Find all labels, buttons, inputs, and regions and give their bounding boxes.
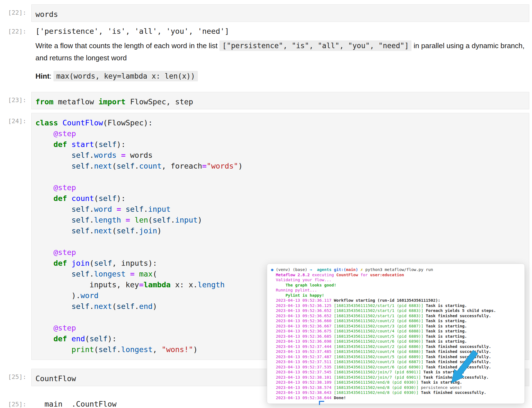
code-editor-23[interactable]: from metaflow import FlowSpec, step [32, 92, 529, 111]
mouse-cursor-arrow [447, 348, 482, 385]
text-line: @step [35, 182, 525, 193]
text-line: 2023-04-13 09:52:37.485 [168135435611150… [271, 349, 521, 354]
input-prompt-24: [24]: [0, 118, 26, 125]
text-line: 2023-04-13 09:52:38.574 [168135435611150… [271, 385, 521, 390]
text-line: 2023-04-13 09:52:38.644 Done! [271, 395, 521, 401]
text-line: The graph looks good! [271, 283, 521, 288]
input-prompt-25: [25]: [0, 373, 26, 381]
text-line: 2023-04-13 09:52:36.698 [168135435611150… [271, 339, 521, 344]
text-line: 2023-04-13 09:52:38.643 [168135435611150… [271, 390, 521, 395]
output-22: ['persistence', 'is', 'all', 'you', 'nee… [35, 27, 229, 35]
text-line: 2023-04-13 09:52:36.117 Workflow startin… [271, 298, 521, 303]
text-line: Validating your flow... [271, 277, 521, 283]
text-line: ● (venv) (base) → agents git:(main) ✗ py… [271, 267, 521, 272]
text-line: words [35, 9, 525, 20]
code-cell-23-input[interactable]: from metaflow import FlowSpec, step [31, 92, 529, 109]
text-line: def start(self): [35, 139, 525, 150]
text-line: self.word = self.input [35, 204, 525, 215]
text-line: 2023-04-13 09:52:36.660 [168135435611150… [271, 318, 521, 324]
markdown-paragraph: Write a flow that counts the length of e… [35, 40, 526, 64]
text-line: Running pylint... [271, 288, 521, 293]
markdown-hint: Hint: max(words, key=lambda x: len(x)) [35, 70, 526, 82]
text-line: 2023-04-13 09:52:37.545 [168135435611150… [271, 370, 521, 375]
text-line: Pylint is happy! [271, 293, 521, 298]
text-line: class CountFlow(FlowSpec): [35, 117, 525, 128]
input-prompt-23: [23]: [0, 97, 26, 104]
text-line: 2023-04-13 09:52:36.125 [168135435611150… [271, 303, 521, 308]
output-25: __main__.CountFlow [35, 400, 117, 408]
text-line: 2023-04-13 09:52:37.487 [168135435611150… [271, 354, 521, 360]
text-line: 2023-04-13 09:52:37.444 [168135435611150… [271, 344, 521, 349]
mouse-cursor-arrow-shape [452, 350, 478, 383]
text-line: 2023-04-13 09:52:38.109 [168135435611150… [271, 380, 521, 385]
text-line: 2023-04-13 09:52:36.667 [168135435611150… [271, 324, 521, 329]
text-line: def count(self): [35, 193, 525, 204]
text-line [35, 171, 525, 182]
text-line: 2023-04-13 09:52:36.685 [168135435611150… [271, 334, 521, 339]
text-line: self.length = len(self.input) [35, 215, 525, 225]
text-line: @step [35, 128, 525, 139]
text-line: 2023-04-13 09:52:36.652 [168135435611150… [271, 313, 521, 319]
output-prompt-22: [22]: [0, 28, 26, 35]
text-line: 2023-04-13 09:52:38.101 [168135435611150… [271, 375, 521, 380]
text-line: self.words = words [35, 150, 525, 161]
text-line: 2023-04-13 09:52:36.652 [168135435611150… [271, 308, 521, 313]
text-line: 2023-04-13 09:52:37.535 [168135435611150… [271, 365, 521, 370]
code-editor-22[interactable]: words [32, 5, 529, 24]
text-line: @step [35, 247, 525, 258]
terminal-cursor-fragment [319, 401, 324, 405]
code-cell-22-input[interactable]: words [31, 4, 529, 22]
text-line: from metaflow import FlowSpec, step [35, 96, 525, 107]
terminal-window[interactable]: ● (venv) (base) → agents git:(main) ✗ py… [267, 264, 525, 404]
text-line [35, 236, 525, 247]
text-line: 2023-04-13 09:52:37.511 [168135435611150… [271, 359, 521, 365]
text-line: self.next(self.join) [35, 225, 525, 236]
text-line: self.next(self.count, foreach="words") [35, 161, 525, 171]
text-line: 2023-04-13 09:52:36.675 [168135435611150… [271, 329, 521, 334]
input-prompt-22: [22]: [0, 9, 26, 16]
terminal-log: ● (venv) (base) → agents git:(main) ✗ py… [271, 267, 521, 400]
text-line: Metaflow 2.8.2 executing CountFlow for u… [271, 272, 521, 278]
output-prompt-25: [25]: [0, 401, 26, 408]
